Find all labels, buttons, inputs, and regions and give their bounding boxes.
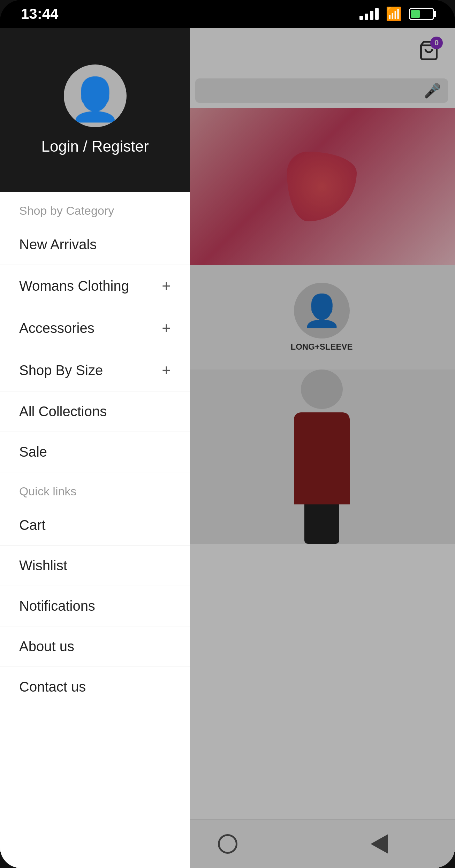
drawer-body: Shop by Category New Arrivals Womans Clo…	[0, 192, 190, 868]
expand-icon-size: +	[162, 361, 171, 379]
main-content: 0 🎤 👤 LONG+SLEEVE	[0, 28, 455, 868]
login-register-label[interactable]: Login / Register	[41, 138, 149, 155]
status-bar: 13:44 📶	[0, 0, 455, 28]
menu-item-womans-clothing[interactable]: Womans Clothing +	[0, 265, 190, 307]
expand-icon-accessories: +	[162, 319, 171, 337]
menu-item-sale[interactable]: Sale	[0, 432, 190, 472]
avatar[interactable]: 👤	[64, 64, 127, 127]
battery-icon	[409, 8, 434, 20]
drawer: 👤 Login / Register Shop by Category New …	[0, 28, 190, 868]
menu-item-all-collections-label: All Collections	[19, 404, 107, 419]
menu-item-shop-by-size[interactable]: Shop By Size +	[0, 349, 190, 391]
menu-item-about-us[interactable]: About us	[0, 626, 190, 667]
menu-item-contact-us[interactable]: Contact us	[0, 667, 190, 707]
menu-item-wishlist[interactable]: Wishlist	[0, 546, 190, 586]
phone-frame: 13:44 📶	[0, 0, 455, 868]
menu-item-new-arrivals[interactable]: New Arrivals	[0, 224, 190, 265]
menu-item-wishlist-label: Wishlist	[19, 558, 67, 573]
menu-item-contact-us-label: Contact us	[19, 679, 86, 695]
drawer-header: 👤 Login / Register	[0, 28, 190, 192]
expand-icon-womans: +	[162, 277, 171, 295]
menu-item-sale-label: Sale	[19, 444, 47, 460]
status-time: 13:44	[21, 6, 58, 22]
wifi-icon: 📶	[386, 6, 402, 22]
quick-links-label: Quick links	[0, 472, 190, 505]
menu-item-cart[interactable]: Cart	[0, 505, 190, 546]
notch	[175, 0, 280, 10]
menu-item-accessories[interactable]: Accessories +	[0, 307, 190, 349]
menu-item-about-us-label: About us	[19, 639, 74, 654]
menu-item-womans-clothing-label: Womans Clothing	[19, 278, 129, 294]
status-icons: 📶	[359, 6, 434, 22]
signal-icon	[359, 8, 379, 20]
menu-item-notifications[interactable]: Notifications	[0, 586, 190, 626]
menu-item-new-arrivals-label: New Arrivals	[19, 237, 97, 252]
menu-item-all-collections[interactable]: All Collections	[0, 391, 190, 432]
shop-by-category-label: Shop by Category	[0, 192, 190, 224]
menu-item-notifications-label: Notifications	[19, 598, 95, 614]
avatar-icon: 👤	[69, 75, 121, 124]
menu-item-shop-by-size-label: Shop By Size	[19, 363, 103, 378]
menu-item-cart-label: Cart	[19, 517, 46, 533]
menu-item-accessories-label: Accessories	[19, 320, 94, 336]
